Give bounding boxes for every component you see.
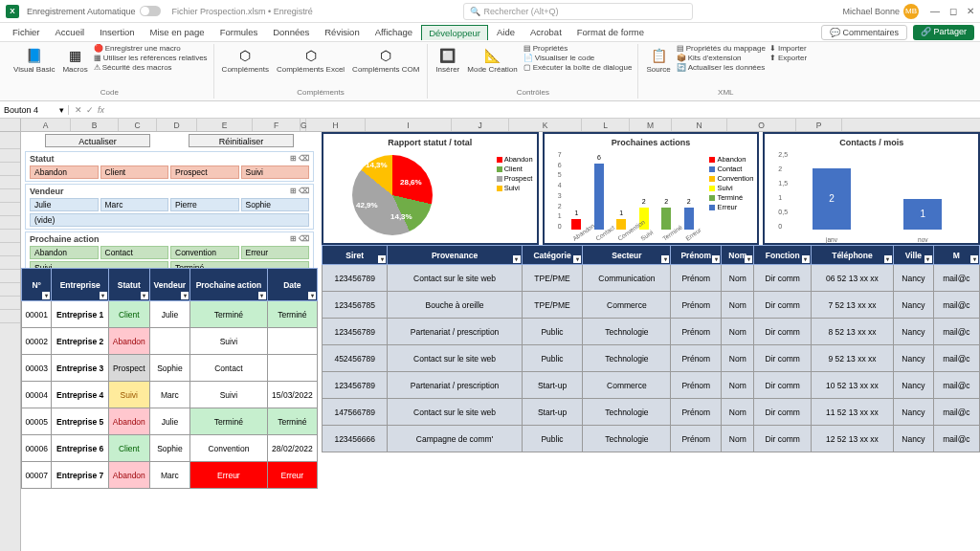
filter-icon[interactable]: ▾	[924, 255, 932, 263]
row-5[interactable]	[0, 189, 20, 203]
filter-icon[interactable]: ▾	[970, 255, 978, 263]
user-account[interactable]: Michael Bonne MB	[842, 4, 919, 19]
record-macro-button[interactable]: 🔴 Enregistrer une macro	[94, 44, 208, 53]
col-header[interactable]: Fonction▾	[754, 246, 811, 265]
table-row[interactable]: 123456789Partenariat / prescriptionStart…	[323, 372, 980, 399]
row-9[interactable]	[0, 243, 20, 256]
clear-filter-icon[interactable]: ⌫	[299, 234, 309, 244]
table-row[interactable]: 123456789Partenariat / prescriptionPubli…	[323, 319, 980, 345]
autosave-toggle[interactable]: Enregistrement Automatique	[27, 6, 161, 16]
tab-données[interactable]: Données	[266, 25, 316, 39]
table-row[interactable]: 00003Entreprise 3ProspectSophieContact	[22, 355, 318, 382]
col-header[interactable]: Nom▾	[722, 246, 754, 265]
slicer-item[interactable]: Abandon	[30, 246, 99, 259]
filter-icon[interactable]: ▾	[378, 255, 386, 263]
col-header[interactable]: N°▾	[22, 269, 52, 301]
cancel-formula-icon[interactable]: ✕	[75, 105, 82, 115]
table-row[interactable]: 123456666Campagne de comm'PublicTechnolo…	[323, 426, 980, 452]
insert-control-button[interactable]: 🔲Insérer	[434, 44, 461, 76]
filter-icon[interactable]: ▾	[258, 292, 266, 299]
filter-icon[interactable]: ▾	[745, 255, 752, 263]
row-10[interactable]	[0, 256, 20, 270]
filter-icon[interactable]: ▾	[42, 292, 50, 299]
excel-addins-button[interactable]: ⬡Compléments Excel	[275, 44, 346, 76]
clear-filter-icon[interactable]: ⌫	[299, 154, 309, 164]
tab-développeur[interactable]: Développeur	[421, 25, 488, 40]
filter-icon[interactable]: ▾	[712, 255, 720, 263]
slicer-item[interactable]: Convention	[170, 246, 239, 259]
col-P[interactable]: P	[796, 119, 842, 131]
maximize-icon[interactable]: ◻	[949, 6, 957, 16]
properties-button[interactable]: ▤ Propriétés	[523, 44, 633, 53]
table-row[interactable]: 00006Entreprise 6ClientSophieConvention2…	[22, 435, 318, 462]
col-header[interactable]: Catégorie▾	[522, 246, 583, 265]
row-12[interactable]	[0, 283, 20, 297]
col-L[interactable]: L	[582, 119, 630, 131]
select-all-corner[interactable]	[0, 119, 21, 131]
import-button[interactable]: ⬇ Importer	[769, 44, 807, 53]
col-B[interactable]: B	[71, 119, 119, 131]
row-7[interactable]	[0, 216, 20, 230]
tab-mise-en-page[interactable]: Mise en page	[144, 25, 212, 39]
tab-révision[interactable]: Révision	[318, 25, 366, 39]
tab-acrobat[interactable]: Acrobat	[523, 25, 568, 39]
tab-accueil[interactable]: Accueil	[49, 25, 92, 39]
reset-button[interactable]: Réinitialiser	[189, 134, 294, 147]
export-button[interactable]: ⬆ Exporter	[769, 54, 807, 62]
col-header[interactable]: M▾	[933, 246, 979, 265]
table-row[interactable]: 452456789Contact sur le site webPublicTe…	[323, 345, 980, 372]
refresh-data-button[interactable]: 🔄 Actualiser les données	[677, 63, 766, 72]
col-D[interactable]: D	[157, 119, 197, 131]
filter-icon[interactable]: ▾	[181, 292, 189, 299]
filter-icon[interactable]: ▾	[513, 255, 521, 263]
filter-icon[interactable]: ▾	[661, 255, 669, 263]
enter-formula-icon[interactable]: ✓	[86, 105, 94, 115]
com-addins-button[interactable]: ⬡Compléments COM	[350, 44, 421, 76]
macros-button[interactable]: ▦Macros	[60, 44, 89, 76]
slicer-item[interactable]: Sophie	[241, 198, 310, 211]
row-11[interactable]	[0, 270, 20, 283]
row-3[interactable]	[0, 163, 20, 176]
row-14[interactable]	[0, 310, 20, 323]
fx-icon[interactable]: fx	[98, 105, 104, 115]
table-row[interactable]: 147566789Contact sur le site webStart-up…	[323, 399, 980, 426]
col-F[interactable]: F	[253, 119, 301, 131]
tab-formules[interactable]: Formules	[213, 25, 265, 39]
map-props-button[interactable]: ▤ Propriétés du mappage	[677, 44, 766, 53]
relative-refs-button[interactable]: ▦ Utiliser les références relatives	[94, 54, 208, 62]
col-N[interactable]: N	[672, 119, 727, 131]
col-header[interactable]: Ville▾	[893, 246, 933, 265]
ext-kits-button[interactable]: 📦 Kits d'extension	[677, 54, 766, 62]
col-M[interactable]: M	[630, 119, 672, 131]
tab-insertion[interactable]: Insertion	[93, 25, 141, 39]
filter-icon[interactable]: ▾	[308, 292, 316, 299]
col-A[interactable]: A	[21, 119, 71, 131]
row-6[interactable]	[0, 203, 20, 216]
col-header[interactable]: Vendeur▾	[149, 269, 189, 301]
pie-chart[interactable]: Rapport statut / total 28,6% 14,3% 42,9%…	[322, 132, 539, 245]
multiselect-icon[interactable]: ⊞	[290, 154, 297, 164]
slicer-item[interactable]: Erreur	[241, 246, 310, 259]
table-row[interactable]: 00004Entreprise 4SuiviMarcSuivi15/03/202…	[22, 382, 318, 408]
toggle-icon[interactable]	[140, 6, 161, 16]
col-J[interactable]: J	[452, 119, 509, 131]
col-K[interactable]: K	[509, 119, 582, 131]
tab-aide[interactable]: Aide	[490, 25, 522, 39]
col-header[interactable]: Siret▾	[323, 246, 388, 265]
slicer-item[interactable]: Client	[100, 165, 169, 179]
refresh-button[interactable]: Actualiser	[45, 134, 150, 147]
slicer-item[interactable]: Contact	[100, 246, 169, 259]
clear-filter-icon[interactable]: ⌫	[299, 187, 309, 196]
table-row[interactable]: 123456789Contact sur le site webTPE/PMEC…	[323, 265, 980, 292]
col-header[interactable]: Entreprise▾	[52, 269, 108, 301]
slicer-item[interactable]: Marc	[100, 198, 169, 211]
design-mode-button[interactable]: 📐Mode Création	[465, 44, 519, 76]
tab-fichier[interactable]: Fichier	[6, 25, 47, 39]
view-code-button[interactable]: 📄 Visualiser le code	[523, 54, 633, 62]
table-row[interactable]: 00002Entreprise 2AbandonSuivi	[22, 328, 318, 355]
filter-icon[interactable]: ▾	[884, 255, 892, 263]
bar-chart-contacts[interactable]: Contacts / mois 00,511,522,5 21 janvnov	[763, 132, 980, 245]
comments-button[interactable]: 💬 Commentaires	[821, 25, 907, 40]
col-E[interactable]: E	[197, 119, 253, 131]
col-H[interactable]: H	[306, 119, 366, 131]
